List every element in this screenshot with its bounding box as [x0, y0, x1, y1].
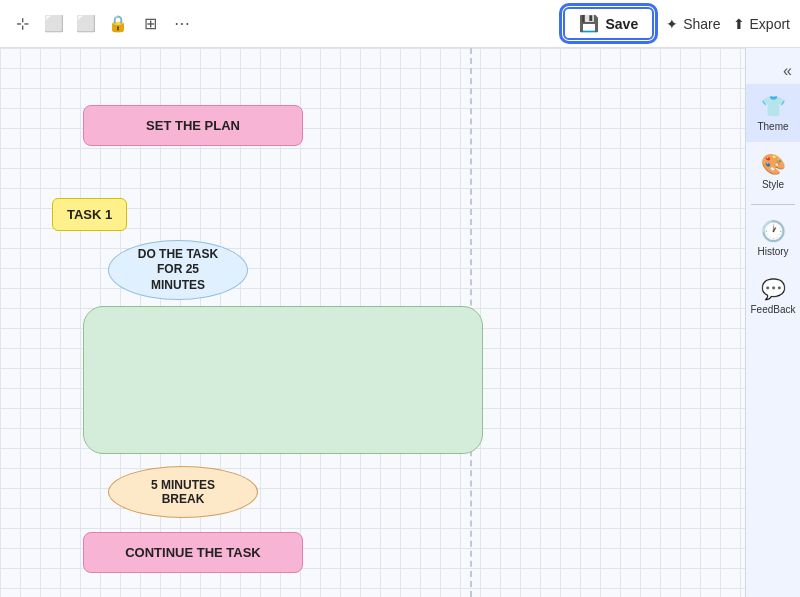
save-button[interactable]: 💾 Save	[563, 7, 654, 40]
share-label: Share	[683, 16, 720, 32]
style-icon: 🎨	[761, 152, 786, 176]
continue-label: CONTINUE THE TASK	[83, 532, 303, 573]
collapse-button[interactable]: «	[746, 58, 800, 84]
paste-icon[interactable]: ⬜	[74, 12, 98, 36]
grid-icon[interactable]: ⊞	[138, 12, 162, 36]
theme-label: Theme	[757, 121, 788, 132]
save-icon: 💾	[579, 14, 599, 33]
set-the-plan-label: SET THE PLAN	[83, 105, 303, 146]
toolbar-left: ⊹ ⬜ ⬜ 🔒 ⊞ ⋯	[10, 12, 194, 36]
theme-icon: 👕	[761, 94, 786, 118]
green-box-label	[83, 306, 483, 454]
main-area: SET THE PLAN TASK 1 DO THE TASK FOR 25 M…	[0, 48, 800, 597]
share-action[interactable]: ✦ Share	[666, 16, 720, 32]
cursor-icon[interactable]: ⊹	[10, 12, 34, 36]
sidebar: « 👕 Theme 🎨 Style 🕐 History 💬 FeedBack	[745, 48, 800, 597]
canvas[interactable]: SET THE PLAN TASK 1 DO THE TASK FOR 25 M…	[0, 48, 745, 597]
save-label: Save	[605, 16, 638, 32]
feedback-icon: 💬	[761, 277, 786, 301]
share-icon: ✦	[666, 16, 678, 32]
copy-icon[interactable]: ⬜	[42, 12, 66, 36]
sidebar-item-style[interactable]: 🎨 Style	[746, 142, 800, 200]
export-action[interactable]: ⬆ Export	[733, 16, 790, 32]
style-label: Style	[762, 179, 784, 190]
grid-dots-icon[interactable]: ⋯	[170, 12, 194, 36]
do-the-task-label: DO THE TASK FOR 25 MINUTES	[108, 240, 248, 300]
toolbar-right: 💾 Save ✦ Share ⬆ Export	[563, 7, 790, 40]
node-set-the-plan[interactable]: SET THE PLAN	[83, 105, 303, 146]
history-label: History	[757, 246, 788, 257]
node-do-the-task[interactable]: DO THE TASK FOR 25 MINUTES	[108, 240, 248, 300]
node-break[interactable]: 5 MINUTES BREAK	[108, 466, 258, 518]
task-1-label: TASK 1	[52, 198, 127, 231]
break-label: 5 MINUTES BREAK	[108, 466, 258, 518]
lock-icon[interactable]: 🔒	[106, 12, 130, 36]
export-label: Export	[750, 16, 790, 32]
node-task-1[interactable]: TASK 1	[52, 198, 127, 231]
node-green-box[interactable]	[83, 306, 483, 454]
sidebar-item-history[interactable]: 🕐 History	[746, 209, 800, 267]
history-icon: 🕐	[761, 219, 786, 243]
sidebar-item-feedback[interactable]: 💬 FeedBack	[746, 267, 800, 325]
export-icon: ⬆	[733, 16, 745, 32]
collapse-icon: «	[783, 62, 792, 80]
feedback-label: FeedBack	[750, 304, 795, 315]
node-continue[interactable]: CONTINUE THE TASK	[83, 532, 303, 573]
sidebar-item-theme[interactable]: 👕 Theme	[746, 84, 800, 142]
sidebar-divider	[751, 204, 794, 205]
toolbar: ⊹ ⬜ ⬜ 🔒 ⊞ ⋯ 💾 Save ✦ Share ⬆ Export	[0, 0, 800, 48]
